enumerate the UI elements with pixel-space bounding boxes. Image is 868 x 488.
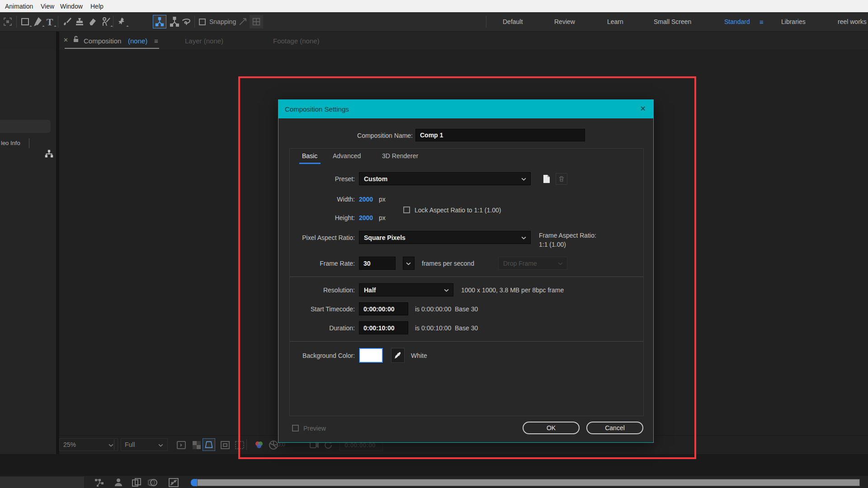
workspace-tab-default[interactable]: Default	[503, 18, 523, 25]
snapping-checkbox[interactable]	[199, 19, 206, 25]
workspace-tab-standard[interactable]: Standard	[724, 18, 750, 25]
panel-divider[interactable]	[56, 32, 59, 474]
workspace-tab-small-screen[interactable]: Small Screen	[654, 18, 691, 25]
shape-tool-icon[interactable]	[20, 16, 31, 27]
pen-tool-icon[interactable]	[33, 16, 43, 27]
start-timecode-label: Start Timecode:	[283, 305, 355, 313]
settings-group-box	[289, 148, 644, 416]
dialog-title-bar[interactable]: Composition Settings ✕	[278, 100, 653, 118]
node-tool-active-icon[interactable]	[153, 15, 166, 28]
dialog-close-icon[interactable]: ✕	[640, 104, 646, 113]
composition-tab-menu-icon[interactable]: ≡	[154, 37, 158, 45]
composition-tab-value[interactable]: (none)	[128, 37, 147, 45]
snap-grid-icon[interactable]	[250, 15, 263, 28]
guides-icon[interactable]	[234, 440, 245, 450]
snapshot-icon[interactable]	[176, 440, 187, 450]
workspace-tab-review[interactable]: Review	[554, 18, 575, 25]
menu-view[interactable]: View	[41, 3, 54, 10]
unlock-icon[interactable]	[73, 36, 79, 45]
composition-name-input[interactable]: Comp 1	[415, 129, 585, 141]
cancel-button[interactable]: Cancel	[586, 422, 643, 434]
lock-aspect-label: Lock Aspect Ratio to 1:1 (1.00)	[415, 206, 501, 214]
preset-label: Preset:	[283, 175, 355, 183]
roi-icon[interactable]	[203, 438, 215, 451]
ok-button[interactable]: OK	[523, 422, 580, 434]
snap-options-icon[interactable]	[237, 16, 248, 27]
start-timecode-value: 0:00:00:00	[363, 305, 395, 313]
roto-brush-tool-icon[interactable]	[101, 16, 112, 27]
eyedropper-button[interactable]	[391, 348, 405, 363]
resolution-label: Resolution:	[283, 286, 355, 294]
height-value[interactable]: 2000	[359, 214, 373, 221]
info-panel-tab[interactable]: leo Info	[1, 140, 20, 146]
width-value[interactable]: 2000	[359, 196, 373, 203]
workspace-tab-libraries[interactable]: Libraries	[781, 18, 806, 25]
drop-frame-value: Drop Frame	[503, 260, 537, 267]
frame-blend-icon[interactable]	[131, 477, 142, 488]
save-preset-button[interactable]	[540, 173, 553, 185]
lock-aspect-checkbox[interactable]	[403, 206, 410, 213]
separator	[290, 277, 643, 277]
timeline-scrollbar[interactable]	[197, 479, 860, 486]
resolution-dropdown[interactable]: Full	[121, 438, 168, 451]
node-tool-icon[interactable]	[169, 16, 180, 27]
resolution-info: 1000 x 1000, 3.8 MB per 8bpc frame	[461, 286, 564, 294]
frame-aspect-value: 1:1 (1.00)	[539, 241, 566, 248]
footage-tab[interactable]: Footage (none)	[273, 37, 320, 45]
layer-tab[interactable]: Layer (none)	[185, 37, 223, 45]
start-timecode-input[interactable]: 0:00:00:00	[359, 302, 408, 315]
puppet-pin-tool-icon[interactable]	[117, 16, 127, 27]
composition-name-label: Composition Name:	[324, 132, 413, 139]
brush-tool-icon[interactable]	[61, 16, 72, 27]
frame-rate-label: Frame Rate:	[283, 260, 355, 267]
panel-tab-bar: ✕ Composition (none) ≡ Layer (none) Foot…	[0, 32, 868, 50]
resolution-dropdown-dialog[interactable]: Half	[359, 283, 453, 296]
zoom-dropdown[interactable]: 25%	[59, 438, 118, 451]
tab-basic[interactable]: Basic	[302, 152, 317, 160]
composition-tab-label[interactable]: Composition	[84, 37, 121, 45]
type-tool-icon[interactable]: T	[44, 16, 55, 27]
resolution-value-dialog: Half	[364, 286, 376, 294]
active-tab-underline	[65, 48, 159, 49]
menu-window[interactable]: Window	[60, 3, 83, 10]
duration-label: Duration:	[283, 324, 355, 332]
duration-value: 0:00:10:00	[363, 324, 395, 332]
workspace-menu-icon[interactable]: ≡	[760, 18, 764, 26]
separator	[290, 341, 643, 342]
home-icon[interactable]	[2, 16, 13, 27]
menu-help[interactable]: Help	[90, 3, 104, 10]
zoom-value: 25%	[63, 441, 76, 448]
render-order-icon[interactable]	[94, 477, 105, 488]
mask-visibility-icon[interactable]	[220, 440, 231, 450]
delete-preset-button[interactable]	[556, 173, 567, 185]
flowchart-icon[interactable]	[44, 149, 54, 160]
close-tab-icon[interactable]: ✕	[63, 37, 68, 43]
frame-rate-dropdown[interactable]	[403, 257, 415, 270]
workspace-tab-learn[interactable]: Learn	[607, 18, 623, 25]
channels-icon[interactable]	[254, 440, 264, 450]
eraser-tool-icon[interactable]	[87, 16, 98, 27]
panel-tab-divider	[29, 138, 29, 148]
tab-advanced[interactable]: Advanced	[333, 152, 361, 160]
transparency-grid-icon[interactable]	[191, 440, 202, 450]
frame-rate-input[interactable]: 30	[359, 257, 396, 270]
timeline-left-box[interactable]	[0, 477, 84, 488]
preset-dropdown[interactable]: Custom	[359, 172, 531, 185]
background-color-swatch[interactable]	[359, 348, 383, 363]
height-unit: px	[379, 214, 386, 221]
workspace-tab-reel-works[interactable]: reel works	[838, 18, 867, 25]
menu-animation[interactable]: Animation	[5, 3, 33, 10]
graph-editor-icon[interactable]	[168, 477, 179, 488]
motion-blur-icon[interactable]	[147, 477, 158, 488]
background-color-label: Background Color:	[283, 352, 355, 359]
draft-3d-icon[interactable]	[113, 477, 124, 488]
timeline-playhead[interactable]	[191, 479, 197, 486]
lasso-tool-icon[interactable]	[181, 16, 192, 27]
left-panel-selected-item[interactable]	[0, 120, 51, 133]
pixel-aspect-dropdown[interactable]: Square Pixels	[359, 231, 531, 244]
tab-3d-renderer[interactable]: 3D Renderer	[382, 152, 418, 160]
duration-input[interactable]: 0:00:10:00	[359, 321, 408, 334]
stamp-tool-icon[interactable]	[74, 16, 85, 27]
preview-checkbox[interactable]	[292, 425, 299, 432]
drop-frame-dropdown: Drop Frame	[498, 257, 567, 270]
